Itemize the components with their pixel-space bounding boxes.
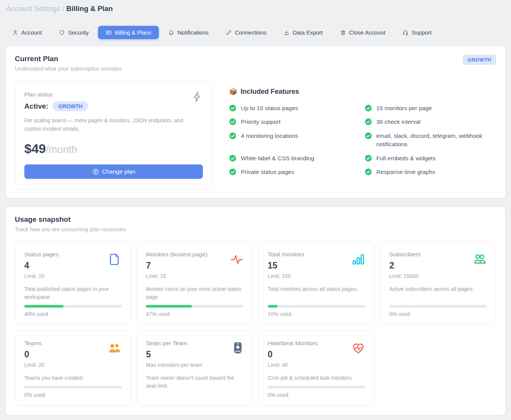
usage-card-percent: 0% used [389, 311, 487, 317]
usage-card-subscribers: Subscribers 2 Limit: 15000 Active subscr… [380, 242, 496, 325]
progress-track [24, 305, 122, 308]
tab-label: Close Account [349, 29, 386, 36]
plan-content-row: Plan status Active: GROWTH For scaling t… [15, 82, 496, 189]
usage-card-description: Monitor count on your most active status… [146, 285, 243, 301]
features-heading: Included Features [240, 88, 299, 96]
breadcrumb: Account Settings / Billing & Plan [5, 0, 506, 13]
usage-card-percent: 10% used [268, 311, 365, 317]
plan-status-box: Plan status Active: GROWTH For scaling t… [15, 82, 212, 189]
tab-label: Security [68, 29, 89, 36]
usage-card-title: Seats per Team [146, 340, 202, 347]
shield-icon [59, 30, 65, 36]
usage-card-limit: Limit: 40 [268, 362, 318, 368]
feature-label: Full embeds & widgets [377, 154, 436, 163]
tab-data-export[interactable]: Data Export [283, 26, 323, 39]
package-icon: 📦 [229, 88, 237, 96]
usage-card-teams: Teams 0 Limit: 20 Teams you have created… [15, 330, 131, 406]
feature-item: Full embeds & widgets [365, 154, 497, 163]
usage-card-title: Heartbeat Monitors [268, 340, 318, 347]
current-plan-card: Current Plan Understand what your subscr… [5, 46, 506, 198]
users-icon [473, 253, 487, 266]
check-circle-icon [229, 104, 236, 112]
usage-snapshot-card: Usage snapshot Track how you are consumi… [5, 207, 506, 415]
bar-chart-icon [351, 253, 365, 266]
usage-title: Usage snapshot [15, 215, 496, 224]
arrow-up-circle-icon [92, 168, 99, 175]
progress-track [268, 386, 365, 388]
tab-billing-plans[interactable]: Billing & Plans [98, 26, 159, 39]
feature-label: 30 check interval [377, 118, 421, 126]
id-badge-icon [232, 341, 244, 354]
current-plan-subtitle: Understand what your subscription includ… [15, 66, 121, 72]
usage-card-description: Cron job & scheduled task monitors. [268, 374, 365, 382]
feature-item: Up to 10 status pages [229, 104, 361, 112]
check-circle-icon [229, 155, 236, 162]
tab-account[interactable]: Account [12, 26, 42, 39]
usage-grid: Status pages 4 Limit: 10 Total published… [15, 242, 496, 406]
page-title: Billing & Plan [66, 5, 112, 13]
usage-card-description: Teams you have created. [24, 374, 122, 382]
usage-card-description: Team owner doesn't count toward the seat… [146, 374, 243, 398]
tab-connections[interactable]: Connections [226, 26, 266, 39]
settings-tabbar: Account Security Billing & Plans Notific… [5, 13, 506, 44]
feature-item: Response time graphs [365, 168, 497, 176]
billing-plan-page: Account Settings / Billing & Plan Accoun… [0, 0, 511, 420]
price-period: /month [46, 144, 78, 155]
usage-card-value: 0 [24, 349, 44, 360]
tab-label: Notifications [177, 29, 209, 36]
usage-card-percent: 0% used [268, 392, 365, 398]
usage-card-title: Monitors (busiest page) [146, 251, 207, 258]
tab-close-account[interactable]: Close Account [340, 26, 386, 39]
progress-track [268, 305, 365, 308]
usage-card-percent: 47% used [146, 311, 243, 317]
progress-track [24, 386, 122, 388]
usage-card-title: Status pages [24, 251, 59, 258]
check-circle-icon [229, 168, 236, 175]
usage-card-title: Total monitors [268, 251, 304, 258]
feature-label: 15 monitors per page [377, 104, 432, 112]
check-circle-icon [229, 118, 236, 125]
usage-card-limit: Limit: 15000 [389, 273, 421, 279]
tab-support[interactable]: Support [402, 26, 432, 39]
tab-notifications[interactable]: Notifications [168, 26, 209, 39]
usage-card-value: 7 [146, 261, 207, 271]
plan-status-value: Active: [24, 102, 48, 111]
feature-label: Priority support [241, 118, 280, 126]
feature-item: White-label & CSS branding [229, 154, 361, 163]
pulse-icon [230, 253, 244, 266]
check-circle-icon [365, 168, 372, 175]
feature-label: email, slack, discord, telegram, webhook… [377, 132, 497, 149]
current-plan-title: Current Plan [15, 55, 121, 63]
heart-pulse-icon [351, 341, 365, 355]
usage-card-value: 4 [24, 261, 59, 271]
usage-card-description: Total monitors across all status pages. [268, 285, 365, 301]
tab-security[interactable]: Security [59, 26, 89, 39]
tab-label: Connections [235, 29, 266, 36]
usage-card-value: 0 [268, 349, 318, 360]
usage-card-title: Subscribers [389, 251, 421, 258]
check-circle-icon [365, 155, 372, 162]
download-icon [283, 30, 290, 36]
usage-card-description: Active subscribers across all pages. [389, 285, 487, 301]
usage-card-limit: Limit: 15 [146, 273, 207, 279]
feature-item: 4 monitoring locations [229, 132, 361, 149]
feature-item: 30 check interval [365, 118, 497, 126]
feature-label: White-label & CSS branding [241, 154, 314, 163]
usage-card-value: 15 [268, 261, 304, 271]
feature-label: Up to 10 status pages [241, 104, 298, 112]
feature-label: Private status pages [241, 168, 294, 176]
feature-item: 15 monitors per page [365, 104, 497, 112]
feature-label: Response time graphs [377, 168, 435, 176]
usage-card-limit: Limit: 20 [24, 362, 44, 368]
change-plan-button[interactable]: Change plan [24, 164, 203, 179]
breadcrumb-section[interactable]: Account Settings / [6, 5, 64, 13]
included-features: 📦 Included Features Up to 10 status page… [229, 82, 496, 189]
tab-label: Billing & Plans [115, 29, 151, 36]
check-circle-icon [365, 132, 372, 139]
plan-status-badge: GROWTH [52, 101, 88, 111]
usage-card-value: 5 [146, 349, 202, 360]
file-icon [108, 253, 122, 266]
progress-fill [268, 305, 278, 308]
feature-item: Priority support [229, 118, 361, 126]
plan-badge: GROWTH [463, 55, 496, 65]
